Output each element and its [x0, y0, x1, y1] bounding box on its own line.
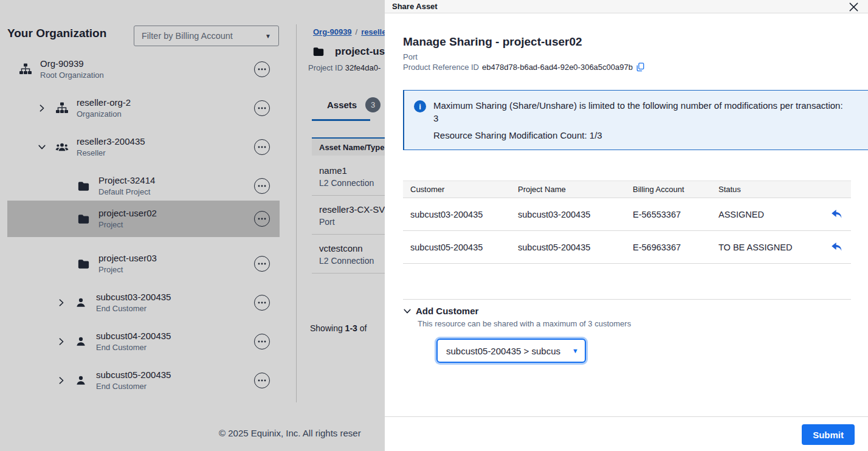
banner-count-text: Resource Sharing Modification Count: 1/3	[433, 129, 843, 142]
modal-backdrop[interactable]	[0, 0, 385, 451]
chevron-down-icon	[403, 306, 413, 316]
undo-icon[interactable]	[830, 208, 843, 221]
undo-icon[interactable]	[830, 241, 843, 253]
add-customer-section: Add Customer This resource can be shared…	[403, 306, 631, 328]
drawer-header: Share Asset	[385, 0, 868, 13]
column-status: Status	[718, 185, 822, 194]
customer-select[interactable]: subcust05-200435 > subcus ▼	[436, 339, 586, 363]
customer-select-value: subcust05-200435 > subcus	[446, 346, 563, 356]
info-banner: i Maximum Sharing (Share/Unshare) is lim…	[403, 90, 868, 150]
column-project-name: Project Name	[518, 185, 633, 194]
cell-billing-account: E-56963367	[633, 243, 718, 252]
drawer-header-title: Share Asset	[392, 2, 438, 11]
product-reference-value: eb478d78-b6ad-6ad4-92e0-306a5c00a97b	[482, 63, 633, 72]
sharing-table: Customer Project Name Billing Account St…	[403, 181, 851, 264]
drawer-title: Manage Sharing - project-user02	[403, 35, 582, 49]
column-billing-account: Billing Account	[633, 185, 718, 194]
info-icon: i	[414, 100, 426, 112]
cell-customer: subcust03-200435	[403, 210, 518, 219]
sharing-table-row: subcust05-200435 subcust05-200435 E-5696…	[403, 231, 851, 264]
drawer-footer: Submit	[385, 416, 868, 451]
cell-status: TO BE ASSIGNED	[718, 243, 822, 252]
sharing-table-row: subcust03-200435 subcust03-200435 E-5655…	[403, 198, 851, 231]
sharing-table-header: Customer Project Name Billing Account St…	[403, 181, 851, 198]
share-asset-drawer: Share Asset Manage Sharing - project-use…	[385, 0, 868, 451]
product-reference-label: Product Reference ID	[403, 63, 479, 72]
column-customer: Customer	[403, 185, 518, 194]
asset-type-label: Port	[403, 52, 418, 61]
app-root: Your Organization Filter by Billing Acco…	[0, 0, 868, 451]
section-divider	[403, 299, 851, 300]
chevron-down-icon: ▼	[572, 347, 579, 354]
cell-project-name: subcust03-200435	[518, 210, 633, 219]
cell-billing-account: E-56553367	[633, 210, 718, 219]
cell-customer: subcust05-200435	[403, 243, 518, 252]
product-reference-row: Product Reference ID eb478d78-b6ad-6ad4-…	[403, 63, 645, 72]
add-customer-title: Add Customer	[416, 306, 478, 316]
banner-max-value: 3	[433, 112, 843, 125]
add-customer-subtitle: This resource can be shared with a maxim…	[418, 319, 631, 328]
submit-button[interactable]: Submit	[802, 424, 855, 445]
cell-project-name: subcust05-200435	[518, 243, 633, 252]
cell-status: ASSIGNED	[718, 210, 822, 219]
add-customer-toggle[interactable]: Add Customer	[403, 306, 631, 316]
close-icon[interactable]	[846, 0, 861, 13]
banner-max-text: Maximum Sharing (Share/Unshare) is limit…	[433, 100, 843, 112]
copy-icon[interactable]	[636, 63, 645, 72]
